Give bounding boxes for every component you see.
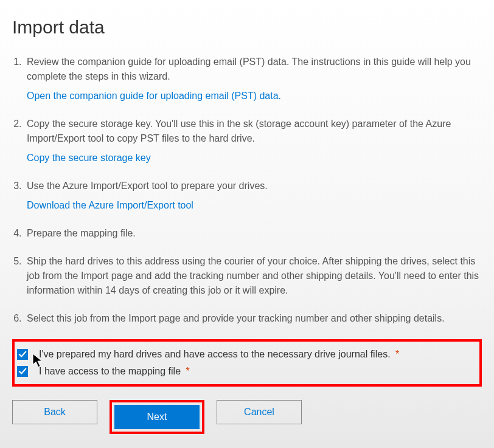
next-button-highlight: Next: [110, 400, 204, 434]
step-text: Select this job from the Import page and…: [27, 311, 482, 326]
confirmation-checkboxes: I've prepared my hard drives and have ac…: [12, 339, 482, 387]
checkbox-row-mapping: I have access to the mapping file *: [17, 366, 475, 377]
checkmark-icon: [18, 350, 27, 359]
step-text: Ship the hard drives to this address usi…: [27, 254, 482, 298]
cancel-button[interactable]: Cancel: [217, 400, 302, 424]
step-4: Prepare the mapping file.: [24, 226, 482, 241]
step-text: Prepare the mapping file.: [27, 226, 482, 241]
checkbox-row-prepared: I've prepared my hard drives and have ac…: [17, 349, 475, 360]
checkbox-text: I have access to the mapping file: [39, 366, 181, 376]
copy-storage-key-link[interactable]: Copy the secure storage key: [27, 151, 151, 165]
step-text: Copy the secure storage key. You'll use …: [27, 117, 482, 146]
checkbox-prepared[interactable]: [17, 349, 28, 360]
step-5: Ship the hard drives to this address usi…: [24, 254, 482, 298]
checkbox-label-mapping: I have access to the mapping file *: [39, 366, 190, 377]
back-button[interactable]: Back: [12, 400, 97, 424]
next-button[interactable]: Next: [114, 405, 200, 429]
step-3: Use the Azure Import/Export tool to prep…: [24, 179, 482, 213]
checkmark-icon: [18, 367, 27, 376]
checkbox-mapping[interactable]: [17, 366, 28, 377]
checkbox-label-prepared: I've prepared my hard drives and have ac…: [39, 349, 399, 360]
step-text: Use the Azure Import/Export tool to prep…: [27, 179, 482, 193]
download-tool-link[interactable]: Download the Azure Import/Export tool: [27, 198, 193, 213]
required-marker: *: [395, 349, 399, 359]
checkbox-text: I've prepared my hard drives and have ac…: [39, 349, 391, 359]
button-row: Back Next Cancel: [12, 400, 482, 434]
step-text: Review the companion guide for uploading…: [27, 55, 482, 84]
step-6: Select this job from the Import page and…: [24, 311, 482, 326]
open-companion-guide-link[interactable]: Open the companion guide for uploading e…: [27, 89, 281, 103]
required-marker: *: [186, 366, 189, 376]
step-2: Copy the secure storage key. You'll use …: [24, 117, 482, 165]
steps-list: Review the companion guide for uploading…: [12, 55, 482, 326]
page-title: Import data: [12, 17, 482, 38]
step-1: Review the companion guide for uploading…: [24, 55, 482, 103]
